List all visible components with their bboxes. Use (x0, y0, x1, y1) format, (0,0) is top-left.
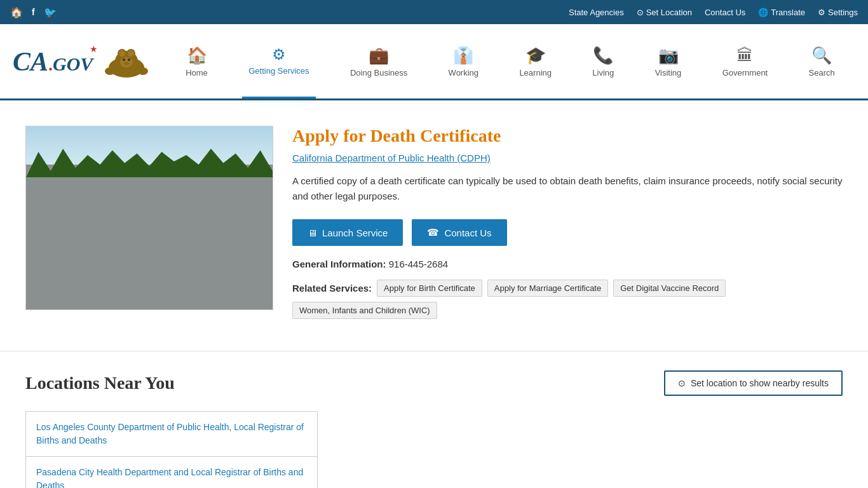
nav-living[interactable]: 📞 Living (586, 24, 620, 98)
set-location-link[interactable]: ⊙ Set Location (637, 8, 692, 17)
twitter-icon[interactable]: 🐦 (44, 6, 57, 18)
svg-point-5 (128, 50, 134, 57)
contact-us-top-link[interactable]: Contact Us (705, 8, 745, 17)
nav-learning[interactable]: 🎓 Learning (513, 24, 558, 98)
nav-getting-services[interactable]: ⚙ Getting Services (242, 24, 315, 98)
service-buttons: 🖥 Launch Service ☎ Contact Us (292, 219, 843, 246)
contact-us-button[interactable]: ☎ Contact Us (412, 219, 506, 246)
general-info-phone: 916-445-2684 (389, 259, 448, 269)
nav-working[interactable]: 👔 Working (442, 24, 485, 98)
home-social-icon[interactable]: 🏠 (10, 6, 23, 18)
logo-area: CA.GOV ★ (13, 43, 165, 80)
main-content: Apply for Death Certificate California D… (0, 100, 868, 351)
svg-point-11 (138, 67, 148, 75)
service-department-link[interactable]: California Department of Public Health (… (292, 152, 843, 163)
launch-service-button[interactable]: 🖥 Launch Service (292, 219, 403, 246)
bear-logo (98, 43, 155, 78)
getting-services-icon: ⚙ (272, 46, 286, 64)
related-tag-birth[interactable]: Apply for Birth Certificate (377, 280, 482, 297)
logo[interactable]: CA.GOV ★ (13, 43, 155, 80)
translate-link[interactable]: 🌐 Translate (758, 8, 805, 17)
state-agencies-link[interactable]: State Agencies (569, 8, 624, 17)
nav-search[interactable]: 🔍 Search (803, 24, 841, 98)
location-link-la[interactable]: Los Angeles County Department of Public … (36, 422, 304, 445)
monitor-icon: 🖥 (308, 227, 317, 238)
related-tag-wic[interactable]: Women, Infants and Children (WIC) (292, 302, 437, 319)
social-links: 🏠 f 🐦 (10, 6, 57, 18)
home-icon: 🏠 (187, 46, 207, 65)
set-location-button[interactable]: ⊙ Set location to show nearby results (664, 370, 843, 396)
location-list: Los Angeles County Department of Public … (25, 411, 318, 488)
nav-doing-business[interactable]: 💼 Doing Business (344, 24, 414, 98)
service-section: Apply for Death Certificate California D… (25, 113, 843, 332)
nav-government[interactable]: 🏛 Government (716, 24, 775, 98)
contact-icon: ☎ (427, 227, 439, 238)
general-info: General Information: 916-445-2684 (292, 259, 843, 269)
location-link-pasadena[interactable]: Pasadena City Health Department and Loca… (36, 467, 303, 488)
svg-point-4 (119, 50, 125, 57)
settings-icon: ⚙ (818, 8, 825, 17)
search-icon: 🔍 (811, 46, 832, 65)
location-item[interactable]: Pasadena City Health Department and Loca… (25, 457, 318, 488)
general-info-label: General Information: (292, 259, 386, 269)
location-icon: ⊙ (637, 8, 644, 17)
related-label: Related Services: (292, 283, 372, 294)
top-bar: 🏠 f 🐦 State Agencies ⊙ Set Location Cont… (0, 0, 868, 24)
visiting-icon: 📷 (658, 46, 679, 65)
locations-section: Locations Near You ⊙ Set location to sho… (0, 351, 868, 488)
header: CA.GOV ★ (0, 24, 868, 100)
svg-point-9 (124, 62, 129, 65)
nav-home[interactable]: 🏠 Home (179, 24, 214, 98)
settings-link[interactable]: ⚙ Settings (818, 8, 858, 17)
facebook-icon[interactable]: f (32, 7, 35, 17)
svg-point-10 (105, 67, 115, 75)
translate-icon: 🌐 (758, 8, 768, 17)
svg-point-7 (123, 58, 125, 61)
set-location-icon: ⊙ (678, 378, 686, 388)
related-tag-marriage[interactable]: Apply for Marriage Certificate (487, 280, 608, 297)
main-nav: 🏠 Home ⚙ Getting Services 💼 Doing Busine… (165, 24, 855, 98)
working-icon: 👔 (453, 46, 473, 65)
doing-business-icon: 💼 (369, 46, 389, 65)
learning-icon: 🎓 (526, 46, 546, 65)
related-services: Related Services: Apply for Birth Certif… (292, 280, 843, 319)
image-body (26, 165, 273, 310)
svg-point-8 (128, 58, 130, 61)
top-bar-links: State Agencies ⊙ Set Location Contact Us… (569, 8, 858, 17)
service-image (25, 126, 273, 310)
locations-title: Locations Near You (25, 373, 175, 393)
service-details: Apply for Death Certificate California D… (292, 126, 843, 319)
related-tag-vaccine[interactable]: Get Digital Vaccine Record (613, 280, 726, 297)
living-icon: 📞 (593, 46, 613, 65)
service-title: Apply for Death Certificate (292, 126, 843, 146)
location-item[interactable]: Los Angeles County Department of Public … (25, 411, 318, 457)
government-icon: 🏛 (736, 46, 753, 65)
locations-header: Locations Near You ⊙ Set location to sho… (25, 370, 843, 396)
service-description: A certified copy of a death certificate … (292, 173, 843, 204)
nav-visiting[interactable]: 📷 Visiting (649, 24, 688, 98)
